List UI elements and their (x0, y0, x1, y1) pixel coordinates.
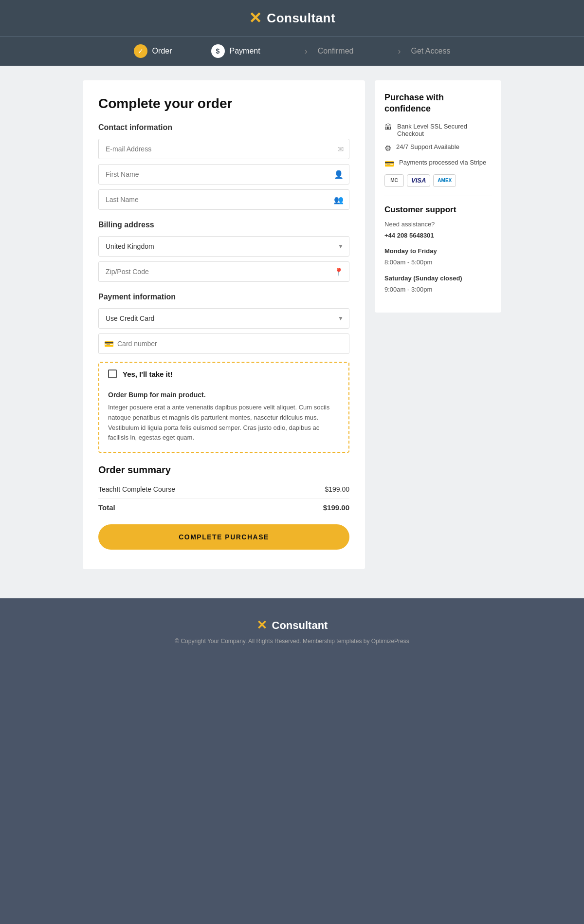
form-title: Complete your order (98, 96, 349, 111)
person-group-icon: 👥 (334, 195, 344, 204)
step-order-label: Order (152, 47, 172, 55)
step-get-access-label: Get Access (411, 47, 450, 55)
order-bump-body: Order Bump for main product. Integer pos… (99, 385, 348, 452)
step-confirmed[interactable]: › Confirmed (280, 37, 373, 66)
footer-logo-icon: ✕ (256, 618, 267, 633)
total-label: Total (98, 503, 115, 512)
main-content: Complete your order Contact information … (0, 66, 584, 598)
order-bump-box: Yes, I'll take it! Order Bump for main p… (98, 362, 349, 453)
step-confirmed-icon: › (299, 44, 313, 58)
card-badges: MC VISA AMEX (384, 174, 492, 187)
first-name-input[interactable] (98, 164, 349, 185)
card-number-group: 💳 (98, 333, 349, 354)
order-summary-title: Order summary (98, 464, 349, 476)
stripe-text: Payments processed via Stripe (399, 159, 486, 166)
support-weekend-hours: 9:00am - 3:00pm (384, 285, 492, 295)
order-line-item: TeachIt Complete Course $199.00 (98, 482, 349, 496)
total-price: $199.00 (323, 503, 349, 512)
support-need-text: Need assistance? (384, 220, 492, 230)
visa-badge: VISA (407, 174, 430, 187)
bump-checkbox[interactable] (108, 370, 117, 378)
logo: ✕ Consultant (249, 9, 335, 27)
zip-input[interactable] (98, 261, 349, 282)
step-payment-icon: $ (211, 44, 225, 58)
contact-section-title: Contact information (98, 123, 349, 132)
person-icon: 👤 (334, 170, 344, 179)
step-order[interactable]: ✓ Order (114, 37, 192, 66)
step-payment-label: Payment (230, 47, 260, 55)
confidence-title: Purchase with confidence (384, 92, 492, 115)
content-wrapper: Complete your order Contact information … (83, 80, 501, 569)
zip-group: 📍 (98, 261, 349, 282)
support-icon: ⚙ (384, 144, 391, 153)
bump-product-name: Order Bump for main product. (108, 391, 340, 399)
support-weekend: Saturday (Sunday closed) (384, 274, 492, 284)
support-contact-block: Need assistance? +44 208 5648301 (384, 220, 492, 241)
card-number-input[interactable] (98, 333, 349, 354)
payment-section-title: Payment information (98, 293, 349, 301)
form-panel: Complete your order Contact information … (83, 80, 365, 569)
country-wrapper: United Kingdom United States Canada Aust… (98, 236, 349, 257)
progress-bar: ✓ Order $ Payment › Confirmed › Get Acce… (0, 36, 584, 66)
payment-method-wrapper: Use Credit Card PayPal ▼ (98, 308, 349, 329)
support-weekdays-hours: 8:00am - 5:00pm (384, 258, 492, 268)
bump-description: Integer posuere erat a ante venenatis da… (108, 403, 340, 443)
email-group: ✉ (98, 139, 349, 159)
trust-item-stripe: 💳 Payments processed via Stripe (384, 159, 492, 168)
order-bump-header: Yes, I'll take it! (99, 363, 348, 385)
support-weekdays-block: Monday to Friday 8:00am - 5:00pm (384, 246, 492, 268)
sidebar-panel: Purchase with confidence 🏛 Bank Level SS… (375, 80, 501, 313)
logo-icon: ✕ (249, 9, 262, 27)
email-icon: ✉ (337, 145, 344, 154)
step-get-access-icon: › (392, 44, 406, 58)
trust-item-ssl: 🏛 Bank Level SSL Secured Checkout (384, 123, 492, 137)
ssl-icon: 🏛 (384, 123, 392, 132)
complete-purchase-button[interactable]: COMPLETE PURCHASE (98, 524, 349, 550)
site-footer: ✕ Consultant © Copyright Your Company. A… (0, 598, 584, 654)
step-payment[interactable]: $ Payment (192, 37, 280, 66)
trust-item-support: ⚙ 24/7 Support Available (384, 143, 492, 153)
country-select[interactable]: United Kingdom United States Canada Aust… (98, 236, 349, 257)
support-weekdays: Monday to Friday (384, 246, 492, 257)
support-weekend-block: Saturday (Sunday closed) 9:00am - 3:00pm (384, 274, 492, 295)
footer-copyright: © Copyright Your Company. All Rights Res… (10, 638, 574, 645)
footer-logo: ✕ Consultant (256, 618, 328, 633)
billing-section-title: Billing address (98, 221, 349, 229)
location-icon: 📍 (334, 267, 344, 277)
step-confirmed-label: Confirmed (318, 47, 354, 55)
bump-label: Yes, I'll take it! (123, 370, 173, 378)
support-title: Customer support (384, 205, 492, 215)
first-name-group: 👤 (98, 164, 349, 185)
last-name-input[interactable] (98, 189, 349, 210)
payment-method-select[interactable]: Use Credit Card PayPal (98, 308, 349, 329)
order-total-line: Total $199.00 (98, 498, 349, 515)
ssl-text: Bank Level SSL Secured Checkout (397, 123, 492, 137)
stripe-icon: 💳 (384, 159, 394, 168)
card-icon: 💳 (104, 339, 114, 349)
support-availability-text: 24/7 Support Available (396, 143, 459, 150)
order-item-price: $199.00 (325, 485, 349, 493)
site-header: ✕ Consultant (0, 0, 584, 36)
amex-badge: AMEX (433, 174, 456, 187)
step-order-icon: ✓ (134, 44, 147, 58)
mastercard-badge: MC (384, 174, 404, 187)
logo-text: Consultant (267, 11, 335, 26)
support-phone: +44 208 5648301 (384, 231, 492, 241)
order-item-name: TeachIt Complete Course (98, 485, 175, 493)
sidebar-divider (384, 196, 492, 196)
email-input[interactable] (98, 139, 349, 159)
last-name-group: 👥 (98, 189, 349, 210)
footer-logo-text: Consultant (272, 619, 328, 632)
step-get-access[interactable]: › Get Access (373, 37, 470, 66)
